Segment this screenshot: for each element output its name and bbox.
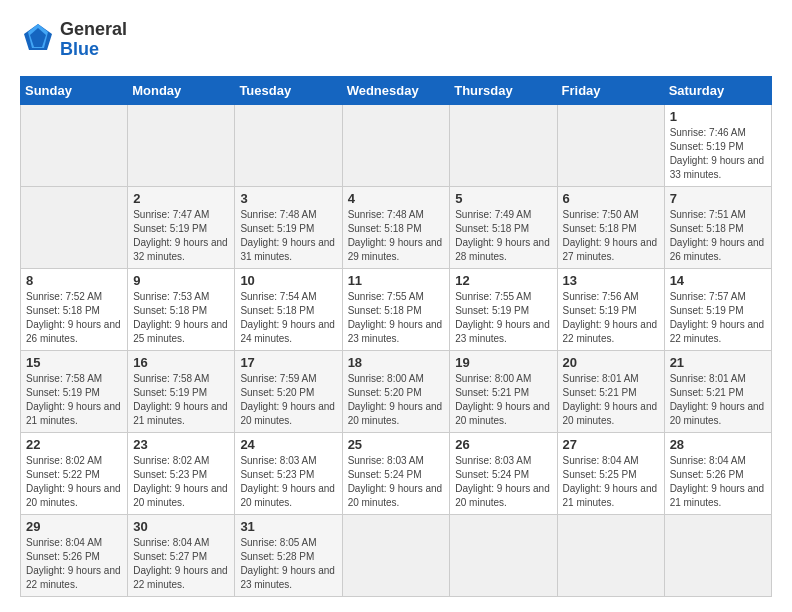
day-info: Sunrise: 8:01 AMSunset: 5:21 PMDaylight:… <box>670 372 766 428</box>
day-number: 7 <box>670 191 766 206</box>
day-cell: 12Sunrise: 7:55 AMSunset: 5:19 PMDayligh… <box>450 269 557 351</box>
week-row: 1Sunrise: 7:46 AMSunset: 5:19 PMDaylight… <box>21 105 772 187</box>
day-info: Sunrise: 7:55 AMSunset: 5:18 PMDaylight:… <box>348 290 445 346</box>
day-info: Sunrise: 7:52 AMSunset: 5:18 PMDaylight:… <box>26 290 122 346</box>
day-info: Sunrise: 7:56 AMSunset: 5:19 PMDaylight:… <box>563 290 659 346</box>
logo-line2: Blue <box>60 39 99 59</box>
day-cell: 27Sunrise: 8:04 AMSunset: 5:25 PMDayligh… <box>557 433 664 515</box>
day-info: Sunrise: 7:59 AMSunset: 5:20 PMDaylight:… <box>240 372 336 428</box>
day-number: 3 <box>240 191 336 206</box>
day-header-sunday: Sunday <box>21 77 128 105</box>
day-cell: 11Sunrise: 7:55 AMSunset: 5:18 PMDayligh… <box>342 269 450 351</box>
day-info: Sunrise: 7:58 AMSunset: 5:19 PMDaylight:… <box>26 372 122 428</box>
day-number: 18 <box>348 355 445 370</box>
day-number: 11 <box>348 273 445 288</box>
day-number: 13 <box>563 273 659 288</box>
logo: General Blue <box>20 20 127 60</box>
day-cell <box>557 515 664 597</box>
day-cell: 24Sunrise: 8:03 AMSunset: 5:23 PMDayligh… <box>235 433 342 515</box>
day-cell: 13Sunrise: 7:56 AMSunset: 5:19 PMDayligh… <box>557 269 664 351</box>
day-number: 2 <box>133 191 229 206</box>
day-number: 5 <box>455 191 551 206</box>
day-number: 6 <box>563 191 659 206</box>
day-info: Sunrise: 7:55 AMSunset: 5:19 PMDaylight:… <box>455 290 551 346</box>
week-row: 2Sunrise: 7:47 AMSunset: 5:19 PMDaylight… <box>21 187 772 269</box>
week-row: 29Sunrise: 8:04 AMSunset: 5:26 PMDayligh… <box>21 515 772 597</box>
day-cell: 7Sunrise: 7:51 AMSunset: 5:18 PMDaylight… <box>664 187 771 269</box>
empty-cell <box>128 105 235 187</box>
day-number: 14 <box>670 273 766 288</box>
day-info: Sunrise: 7:47 AMSunset: 5:19 PMDaylight:… <box>133 208 229 264</box>
calendar: SundayMondayTuesdayWednesdayThursdayFrid… <box>20 76 772 597</box>
day-number: 27 <box>563 437 659 452</box>
day-number: 19 <box>455 355 551 370</box>
empty-cell <box>21 105 128 187</box>
day-info: Sunrise: 8:02 AMSunset: 5:22 PMDaylight:… <box>26 454 122 510</box>
day-info: Sunrise: 7:58 AMSunset: 5:19 PMDaylight:… <box>133 372 229 428</box>
week-row: 15Sunrise: 7:58 AMSunset: 5:19 PMDayligh… <box>21 351 772 433</box>
day-cell: 30Sunrise: 8:04 AMSunset: 5:27 PMDayligh… <box>128 515 235 597</box>
day-info: Sunrise: 8:02 AMSunset: 5:23 PMDaylight:… <box>133 454 229 510</box>
day-cell: 20Sunrise: 8:01 AMSunset: 5:21 PMDayligh… <box>557 351 664 433</box>
day-info: Sunrise: 8:04 AMSunset: 5:25 PMDaylight:… <box>563 454 659 510</box>
day-number: 24 <box>240 437 336 452</box>
day-number: 17 <box>240 355 336 370</box>
day-info: Sunrise: 8:03 AMSunset: 5:23 PMDaylight:… <box>240 454 336 510</box>
day-cell: 29Sunrise: 8:04 AMSunset: 5:26 PMDayligh… <box>21 515 128 597</box>
day-cell: 28Sunrise: 8:04 AMSunset: 5:26 PMDayligh… <box>664 433 771 515</box>
day-number: 25 <box>348 437 445 452</box>
day-info: Sunrise: 8:04 AMSunset: 5:27 PMDaylight:… <box>133 536 229 592</box>
day-cell: 17Sunrise: 7:59 AMSunset: 5:20 PMDayligh… <box>235 351 342 433</box>
day-number: 29 <box>26 519 122 534</box>
day-number: 23 <box>133 437 229 452</box>
day-number: 10 <box>240 273 336 288</box>
day-cell: 14Sunrise: 7:57 AMSunset: 5:19 PMDayligh… <box>664 269 771 351</box>
day-cell <box>664 515 771 597</box>
day-cell: 16Sunrise: 7:58 AMSunset: 5:19 PMDayligh… <box>128 351 235 433</box>
day-number: 15 <box>26 355 122 370</box>
day-cell: 5Sunrise: 7:49 AMSunset: 5:18 PMDaylight… <box>450 187 557 269</box>
day-number: 1 <box>670 109 766 124</box>
day-header-monday: Monday <box>128 77 235 105</box>
day-info: Sunrise: 7:54 AMSunset: 5:18 PMDaylight:… <box>240 290 336 346</box>
day-cell: 25Sunrise: 8:03 AMSunset: 5:24 PMDayligh… <box>342 433 450 515</box>
day-info: Sunrise: 8:01 AMSunset: 5:21 PMDaylight:… <box>563 372 659 428</box>
empty-cell <box>450 105 557 187</box>
day-info: Sunrise: 7:49 AMSunset: 5:18 PMDaylight:… <box>455 208 551 264</box>
day-header-wednesday: Wednesday <box>342 77 450 105</box>
day-cell: 26Sunrise: 8:03 AMSunset: 5:24 PMDayligh… <box>450 433 557 515</box>
empty-cell <box>21 187 128 269</box>
day-cell: 18Sunrise: 8:00 AMSunset: 5:20 PMDayligh… <box>342 351 450 433</box>
empty-cell <box>235 105 342 187</box>
day-cell: 1Sunrise: 7:46 AMSunset: 5:19 PMDaylight… <box>664 105 771 187</box>
day-info: Sunrise: 7:48 AMSunset: 5:19 PMDaylight:… <box>240 208 336 264</box>
day-info: Sunrise: 8:00 AMSunset: 5:21 PMDaylight:… <box>455 372 551 428</box>
day-number: 9 <box>133 273 229 288</box>
week-row: 8Sunrise: 7:52 AMSunset: 5:18 PMDaylight… <box>21 269 772 351</box>
day-info: Sunrise: 8:00 AMSunset: 5:20 PMDaylight:… <box>348 372 445 428</box>
day-header-thursday: Thursday <box>450 77 557 105</box>
day-info: Sunrise: 7:53 AMSunset: 5:18 PMDaylight:… <box>133 290 229 346</box>
day-cell: 19Sunrise: 8:00 AMSunset: 5:21 PMDayligh… <box>450 351 557 433</box>
day-info: Sunrise: 7:50 AMSunset: 5:18 PMDaylight:… <box>563 208 659 264</box>
logo-line1: General <box>60 19 127 39</box>
week-row: 22Sunrise: 8:02 AMSunset: 5:22 PMDayligh… <box>21 433 772 515</box>
day-number: 31 <box>240 519 336 534</box>
day-info: Sunrise: 8:05 AMSunset: 5:28 PMDaylight:… <box>240 536 336 592</box>
day-info: Sunrise: 7:48 AMSunset: 5:18 PMDaylight:… <box>348 208 445 264</box>
day-number: 12 <box>455 273 551 288</box>
day-cell: 22Sunrise: 8:02 AMSunset: 5:22 PMDayligh… <box>21 433 128 515</box>
day-cell <box>450 515 557 597</box>
day-header-saturday: Saturday <box>664 77 771 105</box>
day-number: 16 <box>133 355 229 370</box>
day-cell: 23Sunrise: 8:02 AMSunset: 5:23 PMDayligh… <box>128 433 235 515</box>
day-header-tuesday: Tuesday <box>235 77 342 105</box>
day-number: 30 <box>133 519 229 534</box>
day-cell: 3Sunrise: 7:48 AMSunset: 5:19 PMDaylight… <box>235 187 342 269</box>
day-cell: 4Sunrise: 7:48 AMSunset: 5:18 PMDaylight… <box>342 187 450 269</box>
day-cell: 9Sunrise: 7:53 AMSunset: 5:18 PMDaylight… <box>128 269 235 351</box>
day-number: 28 <box>670 437 766 452</box>
logo-icon <box>20 20 56 56</box>
day-cell: 6Sunrise: 7:50 AMSunset: 5:18 PMDaylight… <box>557 187 664 269</box>
day-info: Sunrise: 8:03 AMSunset: 5:24 PMDaylight:… <box>455 454 551 510</box>
